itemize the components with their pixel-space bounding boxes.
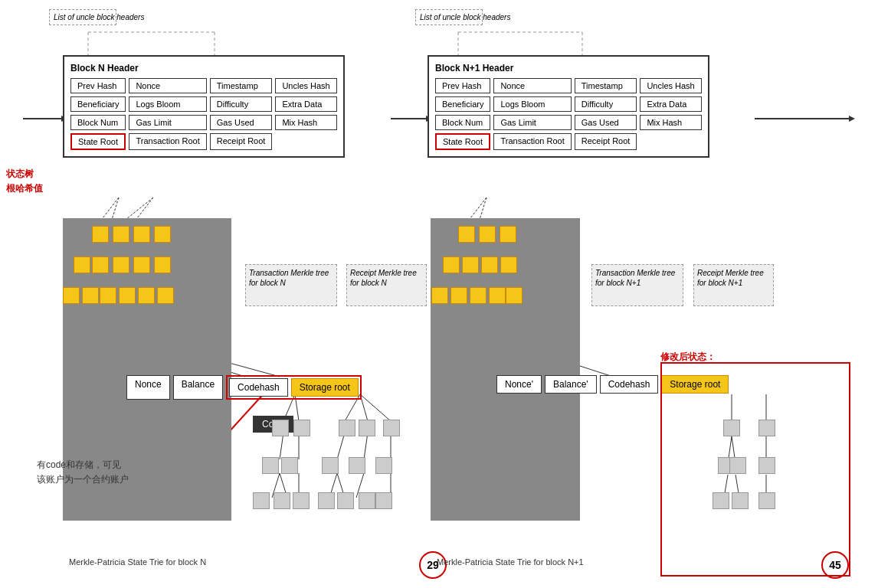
storage-node-l3-6 [359, 492, 375, 509]
trie-node-r3-3 [470, 287, 487, 304]
field-nonce-left: Nonce [126, 375, 170, 400]
tx-root-n: Transaction Root [129, 133, 206, 150]
difficulty-n1: Difficulty [575, 96, 637, 112]
tx-root-n1: Transaction Root [493, 133, 571, 150]
trie-node-l2-4 [133, 256, 150, 273]
mix-hash-n1: Mix Hash [640, 115, 701, 130]
receipt-merkle-right: Receipt Merkle tree for block N+1 [693, 264, 774, 306]
nonce-n: Nonce [129, 78, 206, 93]
block-n1-header: Block N+1 Header Prev Hash Nonce Timesta… [428, 55, 709, 158]
trie-node-r2-4 [500, 256, 517, 273]
storage-node-l2-3 [322, 457, 339, 474]
beneficiary-n: Beneficiary [70, 96, 126, 112]
trie-node-l3-3 [100, 287, 116, 304]
svg-marker-15 [849, 116, 855, 122]
trie-node-r3-4 [489, 287, 506, 304]
block-num-n1: Block Num [435, 115, 490, 130]
trie-node-l3-1 [63, 287, 80, 304]
trie-node-r3-2 [450, 287, 467, 304]
beneficiary-n1: Beneficiary [435, 96, 490, 112]
state-tree-label: 状态树 根哈希值 [6, 167, 43, 196]
trie-node-l3-5 [138, 287, 155, 304]
account-fields-left: Nonce Balance Codehash Storage root [126, 375, 362, 400]
trie-node-r3-1 [431, 287, 448, 304]
trie-node-r1-2 [479, 226, 496, 243]
storage-node-l3-4 [318, 492, 335, 509]
gas-used-n: Gas Used [210, 115, 273, 130]
field-nonce-right: Nonce' [496, 375, 542, 394]
gas-limit-n1: Gas Limit [493, 115, 571, 130]
trie-node-r1-3 [500, 226, 516, 243]
bottom-annotation: 有code和存储，可见 该账户为一个合约账户 [37, 458, 129, 487]
timestamp-n1: Timestamp [575, 78, 637, 93]
uncles-hash-n1: Uncles Hash [640, 78, 701, 93]
uncles-hash-n: Uncles Hash [275, 78, 336, 93]
svg-line-41 [280, 433, 283, 459]
nonce-n1: Nonce [493, 78, 571, 93]
prev-hash-n1: Prev Hash [435, 78, 490, 93]
trie-node-l3-2 [82, 287, 99, 304]
trie-node-l2-2 [92, 256, 109, 273]
svg-line-44 [364, 433, 368, 459]
tx-merkle-left: Transaction Merkle tree for block N [245, 264, 337, 306]
trie-node-l2-3 [113, 256, 129, 273]
uncle-label-left: List of uncle block headers [49, 9, 116, 25]
trie-node-r2-3 [481, 256, 498, 273]
storage-node-l3-1 [253, 492, 270, 509]
prev-hash-n: Prev Hash [70, 78, 126, 93]
empty-n1 [640, 133, 701, 150]
trie-node-l2-5 [154, 256, 171, 273]
state-root-n1: State Root [435, 133, 490, 150]
receipt-merkle-left: Receipt Merkle tree for block N [346, 264, 427, 306]
logs-bloom-n: Logs Bloom [129, 96, 206, 112]
storage-node-l3-7 [375, 492, 392, 509]
trie-node-l1-3 [133, 226, 150, 243]
storage-node-l1-3 [339, 420, 355, 436]
field-codehash-left: Codehash [229, 378, 288, 397]
storage-node-l1-5 [383, 420, 400, 436]
logs-bloom-n1: Logs Bloom [493, 96, 571, 112]
tx-merkle-right: Transaction Merkle tree for block N+1 [591, 264, 683, 306]
trie-node-l1-4 [154, 226, 171, 243]
merkle-label-left: Merkle-Patricia State Trie for block N [69, 557, 206, 567]
field-balance-right: Balance' [545, 375, 597, 394]
field-codehash-right: Codehash [600, 375, 659, 394]
extra-data-n: Extra Data [275, 96, 336, 112]
block-n-grid: Prev Hash Nonce Timestamp Uncles Hash Be… [70, 78, 337, 150]
storage-node-l3-2 [274, 492, 290, 509]
trie-node-r1-1 [458, 226, 475, 243]
storage-node-l1-4 [359, 420, 375, 436]
trie-node-l1-2 [113, 226, 129, 243]
field-storage-left: Storage root [291, 378, 359, 397]
storage-node-l2-1 [262, 457, 279, 474]
receipt-root-n1: Receipt Root [575, 133, 637, 150]
block-n1-title: Block N+1 Header [435, 63, 702, 74]
trie-node-l3-4 [119, 287, 136, 304]
difficulty-n: Difficulty [210, 96, 273, 112]
storage-node-l1-1 [272, 420, 289, 436]
trie-node-r2-2 [462, 256, 479, 273]
field-balance-left: Balance [173, 375, 223, 400]
receipt-root-n: Receipt Root [210, 133, 273, 150]
empty-n [275, 133, 336, 150]
storage-node-l2-4 [349, 457, 365, 474]
mix-hash-n: Mix Hash [275, 115, 336, 130]
timestamp-n: Timestamp [210, 78, 273, 93]
trie-node-l3-6 [157, 287, 174, 304]
svg-line-40 [360, 394, 391, 421]
trie-node-l2-1 [74, 256, 90, 273]
storage-node-l2-5 [375, 457, 392, 474]
highlighted-fields-left: Codehash Storage root [226, 375, 362, 400]
main-container: List of uncle block headers List of uncl… [0, 0, 878, 588]
block-num-n: Block Num [70, 115, 126, 130]
trie-node-l1-1 [92, 226, 109, 243]
block-n1-grid: Prev Hash Nonce Timestamp Uncles Hash Be… [435, 78, 702, 150]
modified-state-box [660, 362, 850, 577]
storage-node-l3-3 [293, 492, 310, 509]
storage-node-l2-2 [281, 457, 298, 474]
gas-used-n1: Gas Used [575, 115, 637, 130]
block-n-title: Block N Header [70, 63, 337, 74]
state-root-n: State Root [70, 133, 126, 150]
storage-node-l3-5 [337, 492, 354, 509]
storage-node-l1-2 [293, 420, 310, 436]
